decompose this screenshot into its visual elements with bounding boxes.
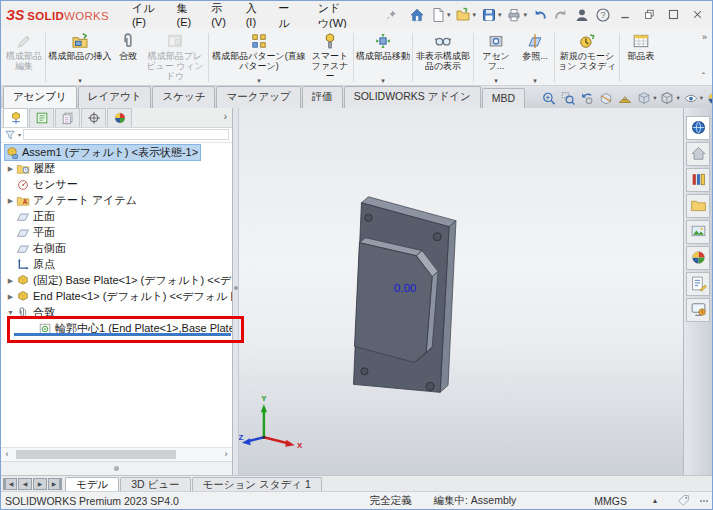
tree-expander-icon[interactable]: ▼	[5, 309, 16, 316]
dropdown-caret-icon[interactable]: ▾	[498, 11, 502, 19]
view-orientation-button[interactable]: ▾	[635, 91, 657, 106]
taskpane-custom-properties-button[interactable]	[686, 272, 710, 296]
tree-item-right-plane[interactable]: 右側面	[1, 241, 232, 257]
hide-show-items-button[interactable]: ▾	[682, 91, 704, 106]
previous-view-button[interactable]	[578, 91, 596, 106]
panel-splitter-strip[interactable]	[1, 461, 232, 475]
zoom-to-fit-button[interactable]	[540, 91, 558, 106]
tab-solidworks-addins[interactable]: SOLIDWORKS アドイン	[344, 86, 481, 108]
tree-item-origin[interactable]: 原点	[1, 257, 232, 273]
tree-expander-icon[interactable]: ▶	[5, 277, 16, 284]
assembly-features-button[interactable]: アセンフ...▾	[475, 30, 517, 85]
units-label[interactable]: MMGS	[594, 495, 627, 507]
panel-tab-featuremanager[interactable]	[3, 108, 28, 127]
tree-item-sensors[interactable]: センサー	[1, 177, 232, 193]
tree-expander-icon[interactable]: ▶	[5, 197, 16, 204]
scroll-first-button[interactable]: ◀	[3, 478, 17, 490]
taskpane-design-library-button[interactable]	[686, 168, 710, 192]
tab-assembly[interactable]: アセンブリ	[3, 86, 77, 108]
tree-item-mates[interactable]: ▼合致	[1, 305, 232, 321]
pin-toolbar-icon[interactable]	[386, 6, 397, 24]
mate-button[interactable]: 合致	[113, 30, 143, 85]
print-button[interactable]: ▾	[504, 6, 529, 24]
tab-mbd[interactable]: MBD	[482, 88, 525, 108]
show-hidden-components-button[interactable]: 非表示構成部品の表示	[414, 30, 472, 85]
user-button[interactable]	[572, 6, 592, 24]
panel-tab-displaymanager[interactable]	[107, 108, 132, 127]
dropdown-caret-icon[interactable]: ▾	[533, 77, 537, 84]
units-caret-icon[interactable]: ▴	[653, 496, 657, 505]
insert-component-button[interactable]: 構成部品の挿入▾	[47, 30, 113, 85]
bom-button[interactable]: 部品表	[621, 30, 661, 85]
zoom-to-area-button[interactable]	[559, 91, 577, 106]
tree-item-front-plane[interactable]: 正面	[1, 209, 232, 225]
tree-filter-input[interactable]	[23, 129, 229, 140]
dropdown-caret-icon[interactable]: ▾	[523, 11, 527, 19]
tree-item-annotations[interactable]: ▶Aアノテート アイテム	[1, 193, 232, 209]
edit-appearance-button[interactable]	[705, 91, 713, 106]
taskpane-forum-button[interactable]	[686, 298, 710, 322]
tab-markup[interactable]: マークアップ	[216, 86, 300, 108]
panel-tab-dimxpertmanager[interactable]	[81, 108, 106, 127]
help-button[interactable]: ?	[593, 6, 613, 24]
dropdown-caret-icon[interactable]: ▾	[653, 94, 656, 102]
dropdown-caret-icon[interactable]: ▾	[447, 11, 451, 19]
filter-funnel-icon[interactable]	[4, 129, 16, 141]
component-pattern-button[interactable]: 構成部品パターン(直線パターン)▾	[210, 30, 308, 85]
scroll-right-arrow[interactable]: ›	[220, 450, 232, 459]
move-component-button[interactable]: 構成部品移動▾	[355, 30, 411, 85]
scroll-left-arrow[interactable]: ‹	[1, 450, 13, 459]
ribbon-overflow-button[interactable]: »	[702, 33, 707, 42]
undo-button[interactable]	[530, 6, 550, 24]
dropdown-caret-icon[interactable]: ▾	[257, 77, 261, 84]
restore-button[interactable]	[639, 6, 659, 24]
reference-geometry-button[interactable]: 参照...▾	[517, 30, 553, 85]
tree-item-base-plate[interactable]: ▶(固定) Base Plate<1> (デフォルト) <<デフォルト>_表	[1, 273, 232, 289]
taskpane-solidworks-resources-button[interactable]	[686, 116, 710, 140]
panel-tab-configurationmanager[interactable]	[55, 108, 80, 127]
tag-icon[interactable]	[677, 494, 690, 507]
tree-item-top-plane[interactable]: 平面	[1, 225, 232, 241]
tree-expander-icon[interactable]: ▶	[5, 165, 16, 172]
scroll-last-button[interactable]: ▶	[48, 478, 62, 490]
smart-fasteners-button[interactable]: スマート ファスナー	[308, 30, 352, 85]
tree-item-end-plate[interactable]: ▶End Plate<1> (デフォルト) <<デフォルト>_表示状態	[1, 289, 232, 305]
save-button[interactable]: ▾	[479, 6, 504, 24]
filter-caret-icon[interactable]: ▾	[18, 131, 21, 138]
tab-layout[interactable]: レイアウト	[78, 86, 152, 108]
new-button[interactable]: ▾	[428, 6, 453, 24]
tree-horizontal-scrollbar[interactable]: ‹ ›	[1, 447, 232, 461]
maximize-button[interactable]	[663, 6, 683, 24]
dropdown-caret-icon[interactable]: ▾	[700, 94, 703, 102]
panel-tab-propertymanager[interactable]	[29, 108, 54, 127]
taskpane-home-tab-button[interactable]	[686, 142, 710, 166]
section-view-button[interactable]	[597, 91, 615, 106]
bottom-tab-model[interactable]: モデル	[65, 477, 119, 491]
tree-expander-icon[interactable]: ▶	[5, 293, 16, 300]
ribbon-collapse-button[interactable]: ˆ	[702, 72, 707, 81]
tree-item-history[interactable]: ▶履歴	[1, 161, 232, 177]
bottom-tab-motion-study-1[interactable]: モーション スタディ 1	[192, 477, 322, 491]
home-button[interactable]	[407, 6, 427, 24]
minimize-button[interactable]	[615, 6, 635, 24]
mate-dimension-label[interactable]: 0.00	[394, 281, 416, 293]
scroll-prev-button[interactable]: ◀	[18, 478, 32, 490]
scroll-next-button[interactable]: ▶	[33, 478, 47, 490]
graphics-area[interactable]: 0.00 Y X Z	[239, 108, 683, 475]
redo-button[interactable]	[551, 6, 571, 24]
end-plate-model[interactable]	[354, 238, 438, 363]
tab-evaluate[interactable]: 評価	[302, 86, 343, 108]
close-button[interactable]	[687, 6, 707, 24]
dropdown-caret-icon[interactable]: ▾	[78, 77, 82, 84]
bottom-tab-3d-views[interactable]: 3D ビュー	[120, 477, 190, 491]
display-style-button[interactable]: ▾	[658, 91, 680, 106]
dropdown-caret-icon[interactable]: ▾	[676, 94, 679, 102]
tree-item-assem1-root[interactable]: Assem1 (デフォルト) <表示状態-1>	[1, 145, 232, 161]
dropdown-caret-icon[interactable]: ▾	[494, 77, 498, 84]
tree-item-mate-profile-center[interactable]: 輪郭中心1 (End Plate<1>,Base Plate<1>)	[1, 321, 232, 337]
open-button[interactable]: ▾	[453, 6, 478, 24]
taskpane-view-palette-button[interactable]	[686, 220, 710, 244]
tab-sketch[interactable]: スケッチ	[152, 86, 215, 108]
taskpane-appearances-scenes-button[interactable]	[686, 246, 710, 270]
annotation-views-button[interactable]	[616, 91, 634, 106]
